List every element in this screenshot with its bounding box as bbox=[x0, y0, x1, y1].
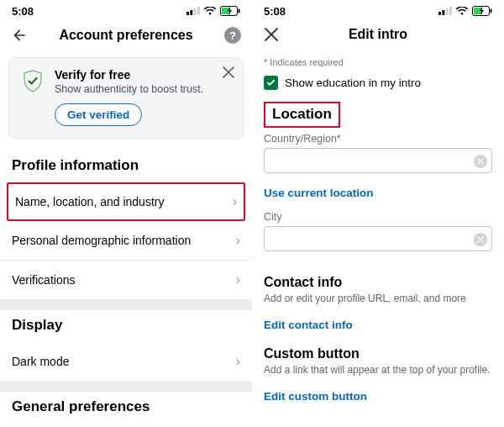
edit-contact-info-link[interactable]: Edit contact info bbox=[252, 308, 504, 341]
chevron-right-icon: › bbox=[233, 194, 237, 209]
section-divider bbox=[0, 382, 252, 392]
signal-icon bbox=[438, 7, 452, 15]
location-heading: Location bbox=[264, 102, 340, 128]
clear-input-button[interactable] bbox=[474, 233, 487, 246]
verify-close-button[interactable] bbox=[223, 66, 234, 82]
section-divider bbox=[0, 300, 252, 310]
battery-icon bbox=[220, 6, 240, 16]
checkbox-checked-icon bbox=[264, 76, 278, 90]
status-indicators bbox=[438, 6, 492, 16]
edit-intro-pane: 5:08 Edit intro * Indicates required Sho… bbox=[252, 0, 504, 427]
close-icon bbox=[223, 66, 234, 78]
svg-rect-10 bbox=[449, 7, 452, 15]
svg-rect-13 bbox=[491, 9, 492, 13]
demographic-info-row[interactable]: Personal demographic information › bbox=[0, 221, 252, 261]
verifications-row[interactable]: Verifications › bbox=[0, 261, 252, 300]
svg-rect-8 bbox=[442, 10, 444, 15]
row-label: Dark mode bbox=[12, 355, 69, 368]
row-label: Personal demographic information bbox=[12, 234, 191, 247]
show-education-toggle[interactable]: Show education in my intro bbox=[252, 71, 504, 102]
page-title: Account preferences bbox=[29, 28, 223, 43]
verify-subtitle: Show authenticity to boost trust. bbox=[55, 83, 203, 95]
status-bar: 5:08 bbox=[0, 0, 252, 22]
signal-icon bbox=[186, 7, 200, 15]
status-time: 5:08 bbox=[12, 5, 34, 18]
status-bar: 5:08 bbox=[252, 0, 504, 22]
clear-icon bbox=[477, 158, 484, 165]
location-heading-wrap: Location bbox=[252, 102, 504, 131]
contact-info-desc: Add or edit your profile URL, email, and… bbox=[252, 290, 504, 308]
clear-icon bbox=[477, 236, 484, 243]
city-label: City bbox=[252, 209, 504, 224]
wifi-icon bbox=[455, 7, 469, 16]
svg-rect-2 bbox=[194, 8, 197, 15]
country-region-input[interactable] bbox=[264, 148, 492, 173]
use-current-location-link[interactable]: Use current location bbox=[252, 177, 504, 209]
wifi-icon bbox=[203, 7, 217, 16]
edit-custom-button-link[interactable]: Edit custom button bbox=[252, 380, 504, 413]
svg-rect-9 bbox=[446, 8, 449, 15]
verify-title: Verify for free bbox=[55, 68, 203, 82]
battery-icon bbox=[472, 6, 492, 16]
country-region-field-wrap bbox=[252, 146, 504, 177]
profile-information-heading: Profile information bbox=[0, 150, 252, 182]
svg-rect-6 bbox=[239, 9, 240, 13]
dark-mode-row[interactable]: Dark mode › bbox=[0, 342, 252, 382]
nav-bar: Edit intro bbox=[252, 22, 504, 50]
help-button[interactable]: ? bbox=[223, 27, 242, 44]
city-input[interactable] bbox=[264, 226, 492, 251]
back-button[interactable] bbox=[10, 27, 29, 44]
chevron-right-icon: › bbox=[236, 354, 240, 369]
display-heading: Display bbox=[0, 310, 252, 342]
spacer bbox=[252, 255, 504, 270]
clear-input-button[interactable] bbox=[474, 155, 487, 168]
get-verified-button[interactable]: Get verified bbox=[55, 103, 142, 126]
back-arrow-icon bbox=[11, 27, 28, 44]
svg-rect-3 bbox=[197, 7, 200, 15]
row-label: Name, location, and industry bbox=[15, 195, 164, 208]
svg-rect-7 bbox=[438, 12, 441, 15]
row-label: Verifications bbox=[12, 273, 75, 287]
status-time: 5:08 bbox=[264, 5, 286, 18]
required-note: * Indicates required bbox=[252, 50, 504, 71]
shield-check-icon bbox=[19, 68, 46, 95]
status-indicators bbox=[186, 6, 240, 16]
contact-info-heading: Contact info bbox=[252, 270, 504, 290]
page-title: Edit intro bbox=[281, 27, 475, 42]
verify-card-body: Verify for free Show authenticity to boo… bbox=[55, 68, 203, 126]
account-preferences-pane: 5:08 Account preferences ? Verify for fr… bbox=[0, 0, 252, 427]
close-button[interactable] bbox=[262, 27, 281, 42]
nav-bar: Account preferences ? bbox=[0, 22, 252, 52]
close-icon bbox=[264, 27, 279, 42]
svg-rect-1 bbox=[190, 10, 192, 15]
show-education-label: Show education in my intro bbox=[285, 76, 421, 89]
chevron-right-icon: › bbox=[236, 272, 240, 287]
verify-card: Verify for free Show authenticity to boo… bbox=[8, 57, 244, 139]
city-field-wrap bbox=[252, 224, 504, 255]
country-region-label: Country/Region* bbox=[252, 131, 504, 146]
general-preferences-heading: General preferences bbox=[0, 392, 252, 424]
svg-rect-0 bbox=[186, 12, 189, 15]
custom-button-desc: Add a link that will appear at the top o… bbox=[252, 361, 504, 380]
custom-button-heading: Custom button bbox=[252, 341, 504, 361]
name-location-industry-row[interactable]: Name, location, and industry › bbox=[7, 182, 245, 221]
chevron-right-icon: › bbox=[236, 233, 240, 248]
help-icon: ? bbox=[224, 27, 241, 44]
